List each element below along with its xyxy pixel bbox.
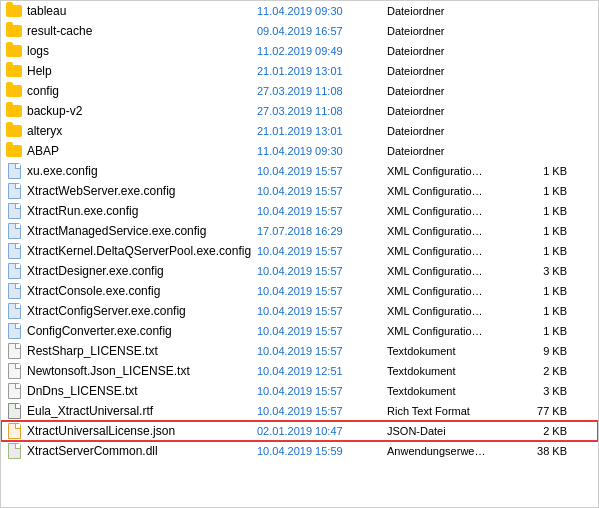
file-type: Dateiordner xyxy=(387,145,517,157)
file-date: 17.07.2018 16:29 xyxy=(257,225,387,237)
folder-icon xyxy=(5,3,23,19)
file-size: 2 KB xyxy=(517,365,567,377)
file-size: 1 KB xyxy=(517,225,567,237)
file-type: Dateiordner xyxy=(387,25,517,37)
file-date: 09.04.2019 16:57 xyxy=(257,25,387,37)
file-name: Help xyxy=(27,64,257,78)
table-row[interactable]: tableau11.04.2019 09:30Dateiordner xyxy=(1,1,598,21)
file-type: XML Configuratio… xyxy=(387,285,517,297)
file-date: 10.04.2019 15:57 xyxy=(257,325,387,337)
json-icon xyxy=(5,423,23,439)
file-name: XtractUniversalLicense.json xyxy=(27,424,257,438)
file-name: XtractWebServer.exe.config xyxy=(27,184,257,198)
table-row[interactable]: XtractConsole.exe.config10.04.2019 15:57… xyxy=(1,281,598,301)
file-name: RestSharp_LICENSE.txt xyxy=(27,344,257,358)
file-type: Dateiordner xyxy=(387,65,517,77)
table-row[interactable]: config27.03.2019 11:08Dateiordner xyxy=(1,81,598,101)
file-name: XtractManagedService.exe.config xyxy=(27,224,257,238)
file-type: Textdokument xyxy=(387,385,517,397)
file-name: XtractConfigServer.exe.config xyxy=(27,304,257,318)
file-type: Rich Text Format xyxy=(387,405,517,417)
file-date: 10.04.2019 15:57 xyxy=(257,405,387,417)
file-name: result-cache xyxy=(27,24,257,38)
file-date: 10.04.2019 15:57 xyxy=(257,305,387,317)
file-name: backup-v2 xyxy=(27,104,257,118)
file-name: DnDns_LICENSE.txt xyxy=(27,384,257,398)
file-name: alteryx xyxy=(27,124,257,138)
file-size: 38 KB xyxy=(517,445,567,457)
xml-icon xyxy=(5,223,23,239)
table-row[interactable]: Eula_XtractUniversal.rtf10.04.2019 15:57… xyxy=(1,401,598,421)
table-row[interactable]: XtractServerCommon.dll10.04.2019 15:59An… xyxy=(1,441,598,461)
file-size: 9 KB xyxy=(517,345,567,357)
table-row[interactable]: XtractRun.exe.config10.04.2019 15:57XML … xyxy=(1,201,598,221)
file-size: 1 KB xyxy=(517,325,567,337)
folder-icon xyxy=(5,23,23,39)
folder-icon xyxy=(5,63,23,79)
file-name: Newtonsoft.Json_LICENSE.txt xyxy=(27,364,257,378)
file-date: 10.04.2019 15:57 xyxy=(257,265,387,277)
file-date: 11.04.2019 09:30 xyxy=(257,145,387,157)
table-row[interactable]: result-cache09.04.2019 16:57Dateiordner xyxy=(1,21,598,41)
file-size: 3 KB xyxy=(517,385,567,397)
table-row[interactable]: XtractConfigServer.exe.config10.04.2019 … xyxy=(1,301,598,321)
file-type: Dateiordner xyxy=(387,105,517,117)
table-row[interactable]: ABAP11.04.2019 09:30Dateiordner xyxy=(1,141,598,161)
file-type: Dateiordner xyxy=(387,45,517,57)
file-size: 2 KB xyxy=(517,425,567,437)
file-name: config xyxy=(27,84,257,98)
table-row[interactable]: DnDns_LICENSE.txt10.04.2019 15:57Textdok… xyxy=(1,381,598,401)
file-date: 10.04.2019 15:57 xyxy=(257,285,387,297)
table-row[interactable]: alteryx21.01.2019 13:01Dateiordner xyxy=(1,121,598,141)
file-name: XtractRun.exe.config xyxy=(27,204,257,218)
table-row[interactable]: XtractDesigner.exe.config10.04.2019 15:5… xyxy=(1,261,598,281)
folder-icon xyxy=(5,43,23,59)
file-name: logs xyxy=(27,44,257,58)
file-size: 1 KB xyxy=(517,285,567,297)
file-date: 10.04.2019 12:51 xyxy=(257,365,387,377)
file-size: 77 KB xyxy=(517,405,567,417)
xml-icon xyxy=(5,183,23,199)
file-date: 27.03.2019 11:08 xyxy=(257,105,387,117)
file-size: 1 KB xyxy=(517,165,567,177)
file-type: XML Configuratio… xyxy=(387,265,517,277)
folder-icon xyxy=(5,103,23,119)
file-type: Anwendungserwe… xyxy=(387,445,517,457)
file-date: 10.04.2019 15:57 xyxy=(257,345,387,357)
file-date: 02.01.2019 10:47 xyxy=(257,425,387,437)
folder-icon xyxy=(5,83,23,99)
table-row[interactable]: XtractWebServer.exe.config10.04.2019 15:… xyxy=(1,181,598,201)
table-row[interactable]: logs11.02.2019 09:49Dateiordner xyxy=(1,41,598,61)
xml-icon xyxy=(5,303,23,319)
file-type: Dateiordner xyxy=(387,5,517,17)
table-row[interactable]: Newtonsoft.Json_LICENSE.txt10.04.2019 12… xyxy=(1,361,598,381)
file-type: XML Configuratio… xyxy=(387,305,517,317)
folder-icon xyxy=(5,143,23,159)
file-date: 21.01.2019 13:01 xyxy=(257,125,387,137)
file-date: 10.04.2019 15:57 xyxy=(257,185,387,197)
file-name: XtractDesigner.exe.config xyxy=(27,264,257,278)
table-row[interactable]: ConfigConverter.exe.config10.04.2019 15:… xyxy=(1,321,598,341)
table-row[interactable]: XtractUniversalLicense.json02.01.2019 10… xyxy=(1,421,598,441)
table-row[interactable]: Help21.01.2019 13:01Dateiordner xyxy=(1,61,598,81)
table-row[interactable]: XtractManagedService.exe.config17.07.201… xyxy=(1,221,598,241)
file-date: 10.04.2019 15:57 xyxy=(257,245,387,257)
table-row[interactable]: xu.exe.config10.04.2019 15:57XML Configu… xyxy=(1,161,598,181)
file-type: XML Configuratio… xyxy=(387,205,517,217)
file-date: 10.04.2019 15:57 xyxy=(257,385,387,397)
txt-icon xyxy=(5,343,23,359)
file-type: JSON-Datei xyxy=(387,425,517,437)
file-date: 27.03.2019 11:08 xyxy=(257,85,387,97)
txt-icon xyxy=(5,363,23,379)
file-name: Eula_XtractUniversal.rtf xyxy=(27,404,257,418)
file-type: XML Configuratio… xyxy=(387,225,517,237)
file-type: Textdokument xyxy=(387,365,517,377)
table-row[interactable]: XtractKernel.DeltaQServerPool.exe.config… xyxy=(1,241,598,261)
xml-icon xyxy=(5,323,23,339)
file-name: ConfigConverter.exe.config xyxy=(27,324,257,338)
table-row[interactable]: backup-v227.03.2019 11:08Dateiordner xyxy=(1,101,598,121)
file-size: 1 KB xyxy=(517,185,567,197)
file-name: XtractKernel.DeltaQServerPool.exe.config xyxy=(27,244,257,258)
xml-icon xyxy=(5,203,23,219)
table-row[interactable]: RestSharp_LICENSE.txt10.04.2019 15:57Tex… xyxy=(1,341,598,361)
